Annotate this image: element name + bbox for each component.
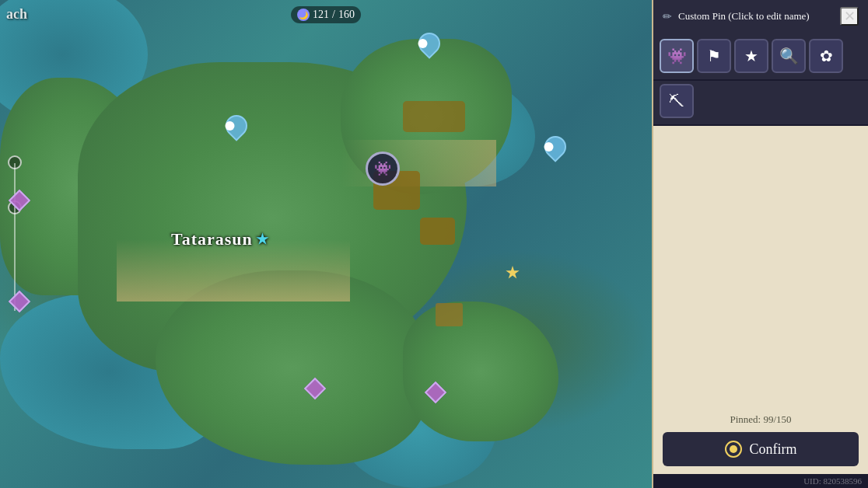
resin-counter: 🌙 121/160 [291,6,361,23]
panel-title: Custom Pin (Click to edit name) [678,10,810,23]
confirm-label: Confirm [750,441,797,458]
custom-pin-icon: 👾 [374,160,391,177]
star-icon-btn[interactable]: ★ [734,39,768,73]
structure-2 [420,218,455,245]
resin-max: 160 [338,9,355,21]
monster-icon: 👾 [667,47,687,65]
diamond-pin-left-2[interactable] [12,294,27,309]
search-icon: 🔍 [779,47,799,65]
location-label: Tatarasun ★ [171,229,269,249]
confirm-circle-inner [730,445,737,453]
edit-icon: ✏ [663,10,672,23]
location-name-text: Tatarasun [171,229,253,249]
map-area[interactable]: ach 🌙 121/160 Tatarasun ★ 👾 [0,0,652,488]
close-button[interactable]: ✕ [840,7,859,26]
teleport-pin-marker-2[interactable] [414,28,445,59]
diamond-pin-marker-left[interactable] [9,190,30,211]
area-label: ach [6,6,27,23]
resin-value: 121 [313,9,329,21]
diamond-pin-left[interactable] [12,193,27,208]
panel-title-row: ✏ Custom Pin (Click to edit name) [663,10,810,23]
location-star-icon: ★ [256,231,269,248]
teleport-pin-marker-3[interactable] [540,131,571,162]
pin-icon-grid: 👾 ⚑ ★ 🔍 ✿ [653,33,868,81]
structure-3 [436,303,463,326]
teleport-pin-3[interactable] [544,136,566,158]
slider-line [14,163,16,311]
teleport-pin-2[interactable] [418,33,440,54]
custom-pin-panel: ✏ Custom Pin (Click to edit name) ✕ 👾 ⚑ … [652,0,868,488]
teleport-pin-marker-1[interactable] [221,110,252,141]
custom-pin-marker[interactable]: 👾 [366,152,400,186]
panel-header: ✏ Custom Pin (Click to edit name) ✕ [653,0,868,33]
diamond-pin-marker-left-2[interactable] [9,291,30,312]
flower-icon-btn[interactable]: ✿ [809,39,843,73]
flower-icon: ✿ [820,47,833,65]
pickaxe-icon: ⛏ [669,92,684,110]
uid-bar: UID: 820538596 [653,474,868,488]
diamond-pin-1[interactable] [307,381,323,396]
confirm-circle-icon [725,441,742,458]
panel-bottom: Pinned: 99/150 Confirm [653,406,868,474]
search-icon-btn[interactable]: 🔍 [772,39,806,73]
resin-icon: 🌙 [297,9,310,21]
hud-bar: 🌙 121/160 [291,6,361,23]
monster-icon-btn[interactable]: 👾 [660,39,694,73]
diamond-pin-marker-2[interactable] [425,382,446,403]
custom-pin-main[interactable]: 👾 [366,152,400,186]
yellow-star-pin[interactable] [506,266,520,280]
pickaxe-icon-btn[interactable]: ⛏ [660,84,694,118]
teleport-pin-1[interactable] [226,115,247,137]
diamond-pin-2[interactable] [428,385,443,400]
flag-icon: ⚑ [707,47,721,65]
pin-icon-grid-row2: ⛏ [653,81,868,126]
confirm-button[interactable]: Confirm [663,432,859,466]
diamond-pin-marker-1[interactable] [304,378,326,399]
pinned-count-label: Pinned: 99/150 [663,413,859,426]
star-icon: ★ [744,47,758,65]
flag-icon-btn[interactable]: ⚑ [697,39,731,73]
panel-body [653,126,868,406]
yellow-pin-marker[interactable] [506,266,520,280]
structure-4 [403,101,465,132]
